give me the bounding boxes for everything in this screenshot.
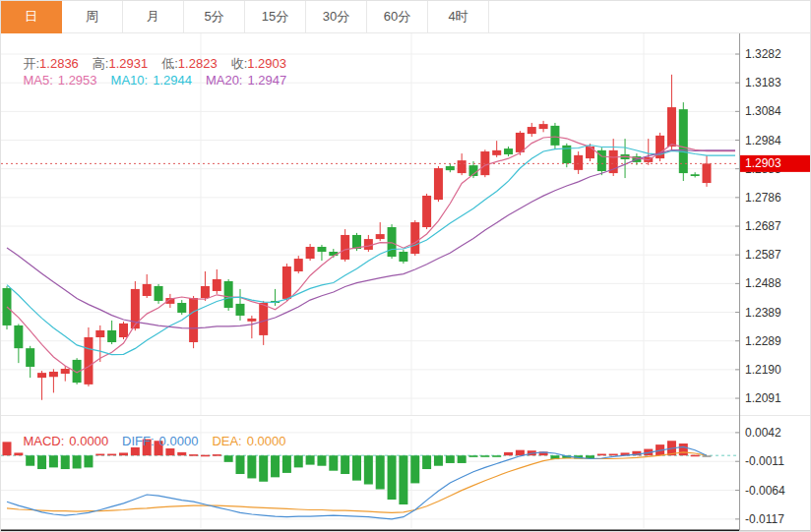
ma20-label: MA20: (206, 73, 243, 88)
ma10-label: MA10: (111, 73, 149, 88)
macd-readout: MACD:0.0000DIFF:0.0000DEA:0.0000 (9, 419, 285, 463)
price-axis-label: 1.3084 (745, 104, 781, 118)
trading-chart-widget: 日周月5分15分30分60分4时 1.32821.31831.30841.298… (0, 0, 811, 532)
macd-value: 0.0000 (69, 434, 108, 448)
ma-readout: MA5:1.2953MA10:1.2944MA20:1.2947 (9, 58, 286, 102)
macd-label: MACD: (23, 434, 64, 448)
ma5-label: MA5: (23, 73, 52, 88)
macd-axis-label: -0.0117 (745, 512, 784, 526)
macd-axis-label: -0.0011 (745, 454, 784, 468)
price-axis-label: 1.2488 (745, 276, 781, 290)
ma10-value: 1.2944 (153, 73, 192, 88)
price-axis-label: 1.2587 (745, 248, 781, 262)
current-price-badge: 1.2903 (740, 155, 810, 172)
price-axis-label: 1.2389 (745, 306, 781, 320)
price-axis-label: 1.3183 (745, 76, 781, 89)
price-axis-label: 1.2687 (745, 219, 781, 233)
candlestick-layer (3, 75, 712, 400)
macd-axis-label: -0.0064 (745, 484, 785, 498)
price-axis-label: 1.2984 (745, 134, 781, 148)
price-axis-label: 1.2289 (745, 334, 781, 348)
dea-value: 0.0000 (247, 434, 286, 448)
ma20-value: 1.2947 (247, 73, 286, 88)
diff-value: 0.0000 (159, 434, 199, 448)
price-axis-label: 1.2091 (745, 391, 781, 405)
ma10-line (7, 146, 735, 355)
price-axis-label: 1.2190 (745, 363, 781, 377)
dea-label: DEA: (212, 434, 241, 448)
price-axis-label: 1.3282 (745, 47, 781, 61)
macd-axis-label: 0.0042 (745, 426, 781, 440)
price-axis-label: 1.2786 (745, 191, 781, 205)
svg-text:1.2903: 1.2903 (745, 156, 781, 170)
ma5-value: 1.2953 (58, 73, 97, 88)
diff-label: DIFF: (122, 434, 155, 448)
